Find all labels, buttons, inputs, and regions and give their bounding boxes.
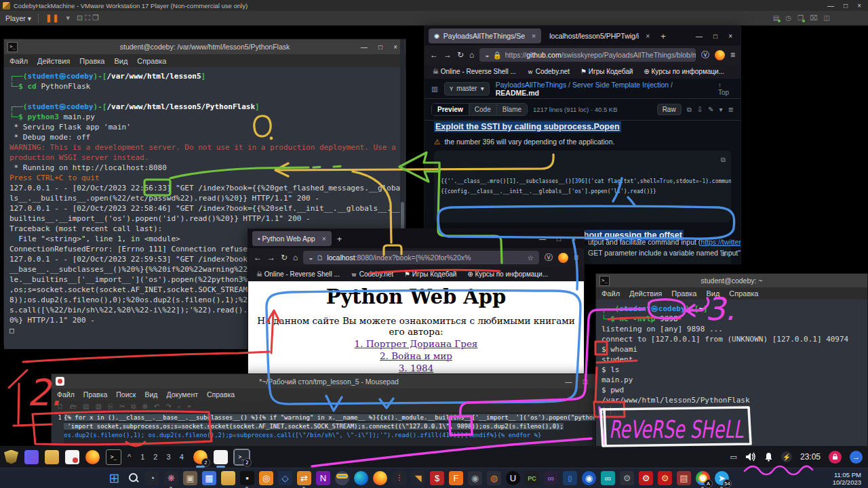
heading-subprocess-popen[interactable]: Exploit the SSTI by calling subprocess.P… bbox=[434, 121, 621, 132]
hamburger-menu-icon[interactable]: ≡ bbox=[730, 50, 735, 60]
vm-harddisk-icon[interactable]: ▤ bbox=[773, 14, 779, 22]
toolbar-icon[interactable]: ▥ bbox=[95, 403, 101, 410]
toolbox-icon[interactable]: ▤ bbox=[677, 471, 691, 485]
minimize-button[interactable]: — bbox=[696, 33, 703, 40]
menu-item[interactable]: Файл bbox=[57, 390, 75, 399]
bookmark-item[interactable]: ⊕ Курсы по информаци... bbox=[467, 270, 548, 278]
app-carrot-icon[interactable]: ◥ bbox=[411, 471, 425, 485]
pocket-icon[interactable]: ⓥ bbox=[545, 252, 553, 264]
mousepad-editor[interactable]: 1 {% for x in ().__class__.__base__.__su… bbox=[52, 412, 606, 443]
vmware-icon[interactable]: ◇ bbox=[278, 471, 292, 485]
bookmark-item[interactable]: ☠ Online - Reverse Shell ... bbox=[433, 68, 516, 75]
minimize-button[interactable]: — bbox=[565, 378, 572, 386]
close-button[interactable]: × bbox=[572, 235, 576, 243]
app-gauge-icon[interactable]: ◔ bbox=[145, 471, 159, 485]
minimize-button[interactable]: — bbox=[361, 43, 368, 51]
vm-clock[interactable]: 23:05 bbox=[800, 452, 821, 462]
app-launcher-icon[interactable] bbox=[24, 450, 39, 464]
close-button[interactable]: × bbox=[393, 43, 397, 51]
app-dollar-icon[interactable]: $ bbox=[430, 471, 444, 485]
menu-item[interactable]: Вид bbox=[706, 289, 719, 298]
explorer-icon[interactable] bbox=[221, 471, 235, 485]
menu-item[interactable]: Файл bbox=[601, 289, 620, 298]
red-gear-icon[interactable]: ⚙ bbox=[639, 471, 653, 485]
bookmark-item[interactable]: ｗ Codeby.net bbox=[351, 270, 393, 279]
maximize-button[interactable]: □ bbox=[583, 378, 587, 386]
tab-python-web-app[interactable]: • Python Web App × bbox=[252, 231, 332, 246]
maximize-button[interactable]: □ bbox=[378, 43, 382, 51]
tab-code[interactable]: Code bbox=[469, 104, 497, 115]
close-button[interactable]: × bbox=[728, 33, 732, 40]
toolbar-icon[interactable]: 🗁 bbox=[70, 403, 77, 410]
notifications-bell-icon[interactable] bbox=[764, 452, 773, 462]
vscode-icon[interactable]: {} bbox=[563, 471, 577, 485]
panel-expand-icon[interactable]: ^ bbox=[127, 450, 134, 464]
tool-gray-icon[interactable]: ⚙ bbox=[620, 471, 634, 485]
pocket-icon[interactable]: ⓥ bbox=[701, 49, 709, 61]
bookmark-item[interactable]: ☠ Online - Reverse Shell ... bbox=[256, 270, 340, 278]
tab-localhost-phptwig[interactable]: localhost/lesson5/PHPTwig/i × bbox=[544, 28, 655, 43]
twitter-link[interactable]: https://twitter.com/SecGus bbox=[701, 238, 741, 246]
chrome-icon[interactable] bbox=[335, 471, 349, 485]
home-button[interactable]: ⌂ bbox=[293, 253, 298, 262]
vmware-player-menu[interactable]: Player ▾ bbox=[5, 14, 31, 22]
mousepad-icon[interactable] bbox=[65, 450, 79, 464]
telegram-icon[interactable]: ➤54 bbox=[715, 471, 729, 485]
vm-pause-caret[interactable]: ▾ bbox=[66, 14, 70, 22]
search-icon[interactable] bbox=[126, 471, 140, 485]
shield-icon[interactable]: ◒ bbox=[309, 253, 313, 262]
bookmark-item[interactable]: ｗ Codeby.net bbox=[527, 67, 570, 77]
host-clock[interactable]: 11:05 PM 10/2/2023 bbox=[833, 471, 868, 486]
copy-code-icon[interactable]: ⧉ bbox=[721, 155, 726, 165]
firefox-account-icon[interactable] bbox=[558, 253, 568, 263]
app-colorful-icon[interactable]: ❋ bbox=[164, 471, 178, 485]
minimize-button[interactable]: — bbox=[539, 235, 546, 243]
window-list-icon[interactable]: ▭ bbox=[730, 453, 737, 462]
calendar-icon[interactable]: ▦ bbox=[202, 471, 216, 485]
forward-button[interactable]: → bbox=[267, 253, 275, 262]
maximize-button[interactable]: □ bbox=[557, 235, 561, 243]
mousepad-running-icon[interactable] bbox=[214, 450, 228, 464]
reload-button[interactable]: ↻ bbox=[281, 253, 288, 262]
app-dark-icon[interactable]: ▪ bbox=[240, 471, 254, 485]
vmware-minimize-button[interactable]: — bbox=[827, 2, 834, 9]
menu-item[interactable]: Вид bbox=[114, 57, 127, 65]
breadcrumb-repo[interactable]: PayloadsAllTheThings bbox=[496, 81, 566, 89]
start-button[interactable]: ⊞ bbox=[107, 471, 121, 485]
mousepad-titlebar[interactable]: *~/Рабочий стол/tmp_lesson_5 - Mousepad … bbox=[52, 374, 606, 388]
vmware-close-button[interactable]: × bbox=[857, 2, 861, 9]
menu-item[interactable]: Документ bbox=[166, 390, 198, 399]
toolbar-icon[interactable]: ⊗ bbox=[142, 403, 147, 410]
toolbar-icon[interactable]: ⎘ bbox=[108, 403, 113, 411]
terminal-icon[interactable]: >_ bbox=[106, 449, 121, 465]
back-button[interactable]: ← bbox=[430, 50, 438, 60]
app-bars-icon[interactable]: ⫶ bbox=[392, 471, 406, 485]
blender-icon[interactable]: ◍ bbox=[487, 471, 501, 485]
menu-item[interactable]: Действия bbox=[37, 57, 70, 65]
terminal-netcat-titlebar[interactable]: >_ student@codeby: ~ bbox=[596, 274, 867, 287]
reload-button[interactable]: ↻ bbox=[457, 50, 464, 60]
screen-lock-icon[interactable] bbox=[829, 451, 842, 464]
firefox-icon[interactable] bbox=[85, 450, 100, 464]
tab-blame[interactable]: Blame bbox=[497, 104, 527, 115]
vmware-maximize-button[interactable]: □ bbox=[844, 2, 848, 9]
back-button[interactable]: ← bbox=[254, 253, 262, 262]
volume-icon[interactable] bbox=[745, 452, 756, 462]
maps-pin-icon[interactable]: ◉ bbox=[582, 471, 596, 485]
vm-pause-button[interactable]: ❚❚ bbox=[45, 14, 59, 22]
bookmark-star-icon[interactable]: ☆ bbox=[528, 253, 534, 262]
menu-item[interactable]: Файл bbox=[9, 57, 28, 65]
power-manager-icon[interactable]: ⚡ bbox=[781, 451, 792, 462]
shield-icon[interactable]: ◒ bbox=[485, 51, 489, 59]
code-block-1[interactable]: {{''.__class__.mro()[1].__subclasses__()… bbox=[434, 150, 731, 222]
pycharm-icon[interactable]: PC bbox=[525, 471, 539, 485]
toolbar-icon[interactable]: ▤ bbox=[83, 403, 89, 410]
toolbar-icon[interactable]: ⧉ bbox=[131, 403, 136, 411]
vm-sound-icon[interactable]: ◫ bbox=[824, 14, 830, 22]
app-portrait-icon[interactable]: ▣ bbox=[183, 471, 197, 485]
book-link-1[interactable]: 1. Портрет Дориана Грея bbox=[248, 338, 584, 349]
firefox-host-icon[interactable] bbox=[373, 471, 387, 485]
breadcrumb-folder[interactable]: Server Side Template Injection bbox=[572, 81, 669, 89]
url-bar[interactable]: ◒ 🔒 https://github.com/swisskyrepo/Paylo… bbox=[479, 48, 696, 62]
caret-down-icon[interactable]: ▾ bbox=[719, 106, 723, 113]
